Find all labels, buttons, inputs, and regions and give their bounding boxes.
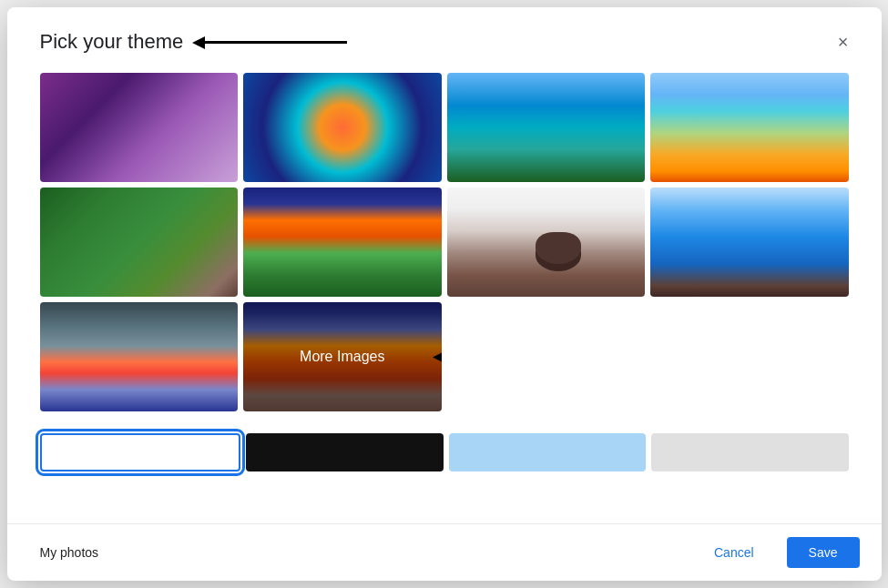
save-label: Save xyxy=(809,545,838,560)
dialog-title: Pick your theme xyxy=(40,30,184,54)
color-swatch-gray[interactable] xyxy=(651,433,849,471)
my-photos-button[interactable]: My photos xyxy=(40,538,99,567)
theme-image-storm[interactable] xyxy=(40,302,239,411)
save-button[interactable]: Save xyxy=(787,537,860,568)
footer-actions: Cancel Save xyxy=(692,537,860,568)
theme-image-colorful[interactable] xyxy=(243,73,442,182)
theme-image-jellyfish[interactable] xyxy=(40,73,239,182)
dialog-content[interactable]: More Images xyxy=(7,73,882,523)
cancel-button[interactable]: Cancel xyxy=(692,537,776,568)
my-photos-label: My photos xyxy=(40,545,99,560)
theme-image-more-images[interactable]: More Images xyxy=(243,302,442,411)
image-grid: More Images xyxy=(40,73,849,422)
dialog-title-area: Pick your theme xyxy=(40,30,348,54)
close-button[interactable]: × xyxy=(827,25,860,58)
more-images-label: More Images xyxy=(300,349,384,365)
color-swatch-white[interactable] xyxy=(40,433,241,471)
theme-image-bridge[interactable] xyxy=(243,188,442,297)
theme-image-beach[interactable] xyxy=(650,73,849,182)
theme-image-desert[interactable] xyxy=(447,188,646,297)
theme-image-city[interactable] xyxy=(650,188,849,297)
theme-image-forest[interactable] xyxy=(40,188,239,297)
more-images-overlay: More Images xyxy=(243,302,442,411)
color-swatch-black[interactable] xyxy=(246,433,444,471)
title-arrow-annotation xyxy=(201,41,347,44)
dialog-header: Pick your theme × xyxy=(7,7,882,73)
cancel-label: Cancel xyxy=(714,545,754,560)
close-icon: × xyxy=(838,32,849,53)
pick-theme-dialog: Pick your theme × M xyxy=(7,7,882,581)
dialog-footer: My photos Cancel Save xyxy=(7,523,882,581)
theme-color-row xyxy=(40,426,849,479)
color-swatch-lightblue[interactable] xyxy=(449,433,647,471)
theme-image-lake[interactable] xyxy=(447,73,646,182)
title-arrow xyxy=(201,41,347,44)
